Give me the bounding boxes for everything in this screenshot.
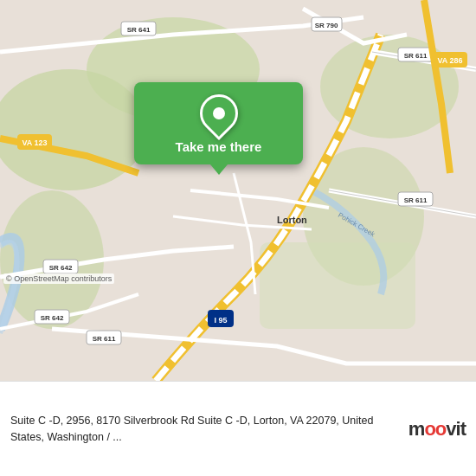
info-bar: Suite C -D, 2956, 8170 Silverbrook Rd Su… — [0, 381, 476, 476]
svg-text:Lorton: Lorton — [277, 215, 307, 225]
svg-text:SR 611: SR 611 — [404, 196, 428, 204]
moovit-logo: moovit — [408, 418, 466, 441]
location-pin-icon — [191, 87, 245, 140]
svg-text:I 95: I 95 — [214, 316, 227, 325]
osm-attribution: © OpenStreetMap contributors — [3, 273, 114, 284]
svg-text:VA 286: VA 286 — [437, 56, 462, 65]
map-view: I 95 SR 611 SR 611 SR 611 SR 641 SR 790 … — [0, 0, 476, 381]
svg-text:SR 790: SR 790 — [315, 22, 338, 29]
popup-label: Take me there — [176, 139, 262, 154]
svg-text:SR 611: SR 611 — [404, 52, 428, 60]
svg-rect-6 — [260, 242, 415, 329]
address-text: Suite C -D, 2956, 8170 Silverbrook Rd Su… — [10, 413, 408, 446]
svg-text:VA 123: VA 123 — [22, 138, 47, 147]
svg-text:SR 642: SR 642 — [49, 264, 73, 272]
svg-text:SR 611: SR 611 — [93, 335, 116, 343]
svg-text:SR 642: SR 642 — [41, 314, 64, 322]
svg-text:SR 641: SR 641 — [127, 26, 151, 34]
map-popup[interactable]: Take me there — [134, 82, 303, 164]
